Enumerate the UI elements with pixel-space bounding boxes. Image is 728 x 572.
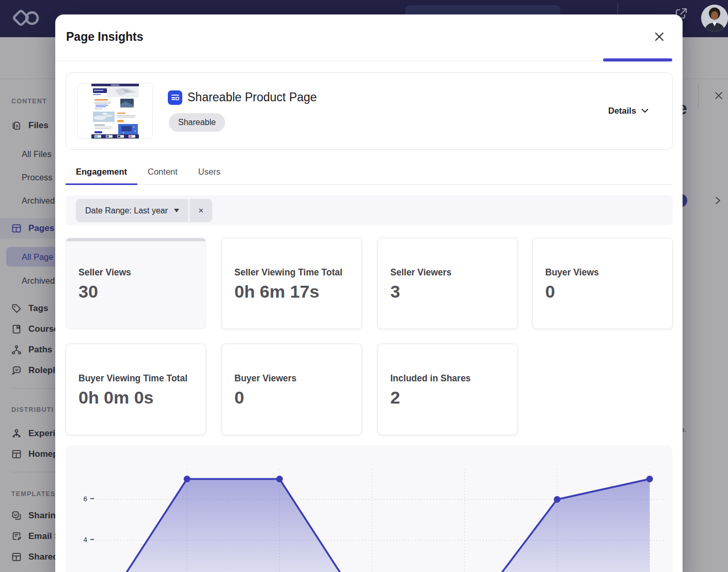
y-axis-tick: 4: [74, 536, 94, 544]
infinity-logo-icon[interactable]: [11, 7, 41, 32]
filter-bar: Date Range: Last year ×: [66, 195, 673, 225]
stat-card-buyer-views[interactable]: Buyer Views 0: [532, 238, 673, 329]
y-axis-tick: 6: [74, 495, 94, 503]
details-button[interactable]: Details: [608, 106, 648, 116]
insights-tabs: Engagement Content Users: [66, 160, 673, 185]
product-summary-card: Shareable Product Page Shareable Details: [66, 72, 673, 150]
tab-users[interactable]: Users: [188, 160, 231, 185]
close-icon[interactable]: [654, 31, 665, 42]
date-range-dropdown[interactable]: Date Range: Last year: [76, 199, 188, 222]
stat-card-included-in-shares[interactable]: Included in Shares 2: [377, 344, 518, 435]
selected-indicator: [66, 238, 205, 241]
chevron-down-icon: [641, 109, 648, 113]
stat-card-buyer-viewers[interactable]: Buyer Viewers 0: [221, 344, 362, 435]
clear-filter-button[interactable]: ×: [189, 199, 212, 222]
shareable-page-icon: [168, 90, 182, 105]
caret-down-icon: [174, 209, 179, 212]
modal-header: Page Insights: [55, 14, 683, 61]
date-range-filter: Date Range: Last year ×: [76, 199, 212, 222]
stat-card-seller-viewers[interactable]: Seller Viewers 3: [377, 238, 518, 329]
application-root: { "topbar": { "logo_icon": "infinity-log…: [0, 0, 728, 572]
scrolled-primary-button-edge[interactable]: [603, 58, 672, 61]
stat-card-buyer-viewing-time[interactable]: Buyer Viewing Time Total 0h 0m 0s: [66, 344, 206, 435]
tab-engagement[interactable]: Engagement: [66, 160, 137, 185]
page-insights-modal: Page Insights: [55, 14, 683, 572]
stat-card-seller-viewing-time[interactable]: Seller Viewing Time Total 0h 6m 17s: [221, 238, 362, 329]
product-title: Shareable Product Page: [187, 90, 317, 104]
user-avatar[interactable]: [701, 5, 728, 32]
stat-card-seller-views[interactable]: Seller Views 30: [66, 238, 206, 329]
engagement-chart: 246: [66, 445, 673, 572]
page-thumbnail: [77, 83, 153, 139]
tab-content[interactable]: Content: [137, 160, 188, 185]
shareable-badge: Shareable: [169, 113, 225, 132]
modal-title: Page Insights: [66, 30, 144, 44]
